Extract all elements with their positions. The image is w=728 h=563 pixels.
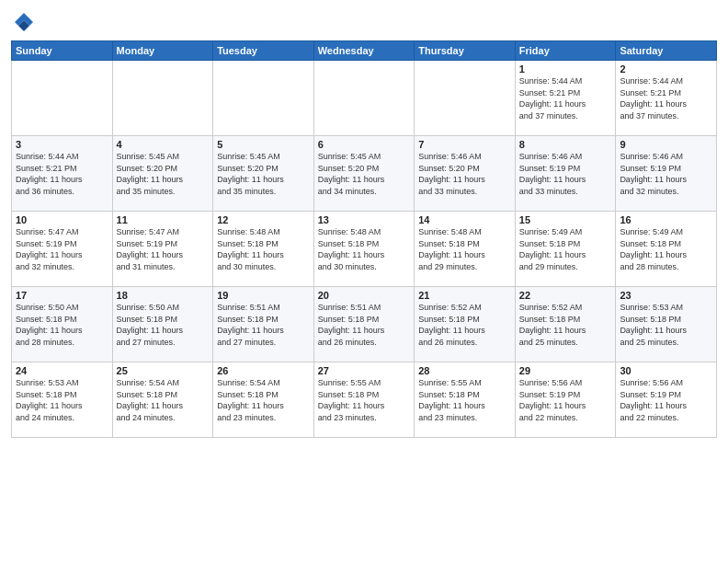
day-number: 9 <box>620 139 712 150</box>
day-number: 20 <box>318 290 411 301</box>
day-info: Sunrise: 5:49 AM Sunset: 5:18 PM Dayligh… <box>620 226 712 272</box>
day-number: 1 <box>519 63 612 75</box>
calendar-cell: 6Sunrise: 5:45 AM Sunset: 5:20 PM Daylig… <box>313 136 415 212</box>
calendar-cell: 5Sunrise: 5:45 AM Sunset: 5:20 PM Daylig… <box>213 136 314 212</box>
calendar-cell: 8Sunrise: 5:46 AM Sunset: 5:19 PM Daylig… <box>515 136 616 212</box>
day-info: Sunrise: 5:56 AM Sunset: 5:19 PM Dayligh… <box>519 377 612 423</box>
calendar-cell: 7Sunrise: 5:46 AM Sunset: 5:20 PM Daylig… <box>415 136 516 212</box>
day-number: 30 <box>620 365 712 376</box>
day-number: 4 <box>117 139 210 150</box>
calendar-cell: 9Sunrise: 5:46 AM Sunset: 5:19 PM Daylig… <box>616 136 717 212</box>
header-thursday: Thursday <box>415 41 516 61</box>
day-info: Sunrise: 5:44 AM Sunset: 5:21 PM Dayligh… <box>620 75 712 121</box>
logo <box>11 9 40 35</box>
day-info: Sunrise: 5:48 AM Sunset: 5:18 PM Dayligh… <box>217 226 310 272</box>
day-info: Sunrise: 5:50 AM Sunset: 5:18 PM Dayligh… <box>16 302 108 348</box>
day-info: Sunrise: 5:53 AM Sunset: 5:18 PM Dayligh… <box>620 302 712 348</box>
day-info: Sunrise: 5:47 AM Sunset: 5:19 PM Dayligh… <box>16 226 108 272</box>
calendar-cell: 20Sunrise: 5:51 AM Sunset: 5:18 PM Dayli… <box>313 287 415 362</box>
header-friday: Friday <box>515 41 616 61</box>
day-number: 23 <box>620 290 712 301</box>
day-info: Sunrise: 5:46 AM Sunset: 5:19 PM Dayligh… <box>519 151 612 197</box>
day-number: 27 <box>318 365 411 376</box>
header-monday: Monday <box>112 41 213 61</box>
calendar-header-row: SundayMondayTuesdayWednesdayThursdayFrid… <box>12 41 717 61</box>
header-saturday: Saturday <box>616 41 717 61</box>
calendar-week-1: 3Sunrise: 5:44 AM Sunset: 5:21 PM Daylig… <box>12 136 717 212</box>
calendar-cell: 21Sunrise: 5:52 AM Sunset: 5:18 PM Dayli… <box>415 287 516 362</box>
calendar-cell: 24Sunrise: 5:53 AM Sunset: 5:18 PM Dayli… <box>12 362 113 438</box>
day-info: Sunrise: 5:54 AM Sunset: 5:18 PM Dayligh… <box>217 377 310 423</box>
calendar-cell: 13Sunrise: 5:48 AM Sunset: 5:18 PM Dayli… <box>313 212 415 287</box>
day-number: 26 <box>217 365 310 376</box>
calendar-cell: 2Sunrise: 5:44 AM Sunset: 5:21 PM Daylig… <box>616 61 717 136</box>
day-number: 15 <box>519 214 612 225</box>
header-tuesday: Tuesday <box>213 41 314 61</box>
calendar-cell: 27Sunrise: 5:55 AM Sunset: 5:18 PM Dayli… <box>313 362 415 438</box>
calendar-cell: 22Sunrise: 5:52 AM Sunset: 5:18 PM Dayli… <box>515 287 616 362</box>
day-number: 5 <box>217 139 310 150</box>
day-info: Sunrise: 5:55 AM Sunset: 5:18 PM Dayligh… <box>418 377 511 423</box>
calendar-table: SundayMondayTuesdayWednesdayThursdayFrid… <box>11 40 717 438</box>
day-number: 7 <box>418 139 511 150</box>
calendar-cell <box>112 61 213 136</box>
day-info: Sunrise: 5:51 AM Sunset: 5:18 PM Dayligh… <box>318 302 411 348</box>
day-info: Sunrise: 5:45 AM Sunset: 5:20 PM Dayligh… <box>318 151 411 197</box>
header-wednesday: Wednesday <box>313 41 415 61</box>
day-info: Sunrise: 5:48 AM Sunset: 5:18 PM Dayligh… <box>318 226 411 272</box>
calendar-cell <box>313 61 415 136</box>
calendar-week-2: 10Sunrise: 5:47 AM Sunset: 5:19 PM Dayli… <box>12 212 717 287</box>
day-info: Sunrise: 5:51 AM Sunset: 5:18 PM Dayligh… <box>217 302 310 348</box>
calendar-cell: 30Sunrise: 5:56 AM Sunset: 5:19 PM Dayli… <box>616 362 717 438</box>
day-number: 21 <box>418 290 511 301</box>
day-info: Sunrise: 5:50 AM Sunset: 5:18 PM Dayligh… <box>117 302 210 348</box>
day-number: 14 <box>418 214 511 225</box>
day-number: 24 <box>16 365 108 376</box>
calendar-cell: 11Sunrise: 5:47 AM Sunset: 5:19 PM Dayli… <box>112 212 213 287</box>
day-number: 6 <box>318 139 411 150</box>
day-info: Sunrise: 5:49 AM Sunset: 5:18 PM Dayligh… <box>519 226 612 272</box>
calendar-cell: 14Sunrise: 5:48 AM Sunset: 5:18 PM Dayli… <box>415 212 516 287</box>
calendar-cell: 29Sunrise: 5:56 AM Sunset: 5:19 PM Dayli… <box>515 362 616 438</box>
day-number: 29 <box>519 365 612 376</box>
day-number: 3 <box>16 139 108 150</box>
day-info: Sunrise: 5:53 AM Sunset: 5:18 PM Dayligh… <box>16 377 108 423</box>
day-info: Sunrise: 5:45 AM Sunset: 5:20 PM Dayligh… <box>117 151 210 197</box>
day-number: 17 <box>16 290 108 301</box>
calendar-cell: 17Sunrise: 5:50 AM Sunset: 5:18 PM Dayli… <box>12 287 113 362</box>
day-number: 18 <box>117 290 210 301</box>
calendar-cell: 18Sunrise: 5:50 AM Sunset: 5:18 PM Dayli… <box>112 287 213 362</box>
day-number: 11 <box>117 214 210 225</box>
calendar-cell: 25Sunrise: 5:54 AM Sunset: 5:18 PM Dayli… <box>112 362 213 438</box>
calendar-cell: 16Sunrise: 5:49 AM Sunset: 5:18 PM Dayli… <box>616 212 717 287</box>
day-info: Sunrise: 5:55 AM Sunset: 5:18 PM Dayligh… <box>318 377 411 423</box>
day-number: 2 <box>620 63 712 75</box>
calendar-cell: 12Sunrise: 5:48 AM Sunset: 5:18 PM Dayli… <box>213 212 314 287</box>
day-number: 25 <box>117 365 210 376</box>
calendar-week-0: 1Sunrise: 5:44 AM Sunset: 5:21 PM Daylig… <box>12 61 717 136</box>
day-info: Sunrise: 5:52 AM Sunset: 5:18 PM Dayligh… <box>418 302 511 348</box>
day-number: 12 <box>217 214 310 225</box>
day-number: 13 <box>318 214 411 225</box>
day-number: 10 <box>16 214 108 225</box>
day-number: 16 <box>620 214 712 225</box>
calendar-cell: 3Sunrise: 5:44 AM Sunset: 5:21 PM Daylig… <box>12 136 113 212</box>
calendar-cell: 19Sunrise: 5:51 AM Sunset: 5:18 PM Dayli… <box>213 287 314 362</box>
day-info: Sunrise: 5:56 AM Sunset: 5:19 PM Dayligh… <box>620 377 712 423</box>
page: SundayMondayTuesdayWednesdayThursdayFrid… <box>0 0 728 563</box>
day-number: 8 <box>519 139 612 150</box>
day-info: Sunrise: 5:44 AM Sunset: 5:21 PM Dayligh… <box>519 75 612 121</box>
calendar-cell: 23Sunrise: 5:53 AM Sunset: 5:18 PM Dayli… <box>616 287 717 362</box>
day-info: Sunrise: 5:47 AM Sunset: 5:19 PM Dayligh… <box>117 226 210 272</box>
header-sunday: Sunday <box>12 41 113 61</box>
calendar-cell: 10Sunrise: 5:47 AM Sunset: 5:19 PM Dayli… <box>12 212 113 287</box>
day-number: 28 <box>418 365 511 376</box>
calendar-cell: 26Sunrise: 5:54 AM Sunset: 5:18 PM Dayli… <box>213 362 314 438</box>
day-info: Sunrise: 5:48 AM Sunset: 5:18 PM Dayligh… <box>418 226 511 272</box>
calendar-cell: 28Sunrise: 5:55 AM Sunset: 5:18 PM Dayli… <box>415 362 516 438</box>
day-info: Sunrise: 5:46 AM Sunset: 5:20 PM Dayligh… <box>418 151 511 197</box>
day-info: Sunrise: 5:52 AM Sunset: 5:18 PM Dayligh… <box>519 302 612 348</box>
calendar-cell: 15Sunrise: 5:49 AM Sunset: 5:18 PM Dayli… <box>515 212 616 287</box>
day-number: 22 <box>519 290 612 301</box>
calendar-cell <box>213 61 314 136</box>
